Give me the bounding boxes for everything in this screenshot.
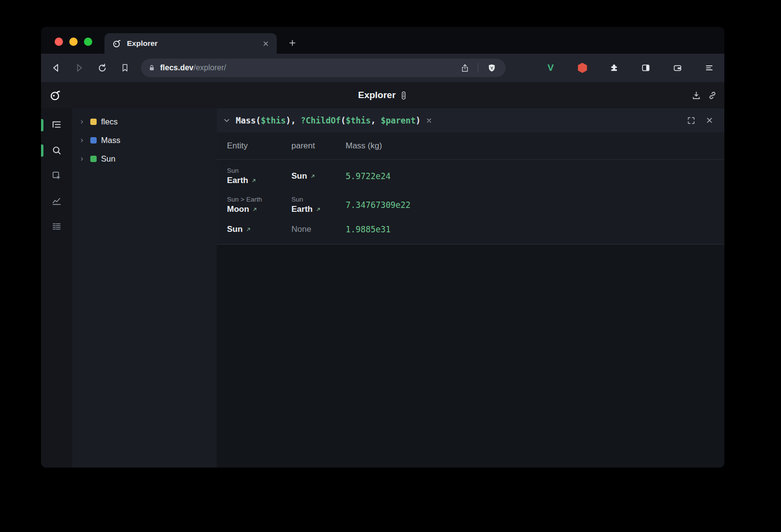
query-token: $this <box>261 116 286 125</box>
link-icon[interactable] <box>707 90 718 101</box>
browser-tab-explorer[interactable]: Explorer <box>104 33 277 54</box>
clear-query-icon[interactable] <box>426 117 432 124</box>
tree-item-sun[interactable]: ›Sun <box>72 149 217 168</box>
menu-icon[interactable] <box>702 61 717 75</box>
tree-view-icon[interactable] <box>51 119 62 131</box>
query-token: ( <box>256 116 261 125</box>
column-entity: Entity <box>227 141 291 151</box>
query-token: $this <box>346 116 370 125</box>
parent-cell: Sun <box>291 171 346 181</box>
expand-chevron-icon[interactable]: › <box>81 118 86 125</box>
active-indicator <box>41 144 43 157</box>
forward-button[interactable] <box>72 61 86 75</box>
browser-toolbar: flecs.dev/explorer/ V <box>41 54 724 82</box>
vue-devtools-icon[interactable]: V <box>543 61 558 75</box>
external-link-icon[interactable] <box>310 173 316 179</box>
query-bar: Mass($this), ?ChildOf($this, $parent) <box>217 108 724 132</box>
flecs-favicon <box>112 39 122 48</box>
minimize-window-button[interactable] <box>69 38 78 46</box>
wallet-icon[interactable] <box>670 61 685 75</box>
parent-link[interactable]: Earth <box>291 205 346 214</box>
tree-item-label: Sun <box>101 154 115 164</box>
results-header: Entity parent Mass (kg) <box>217 132 724 160</box>
tree-item-label: Mass <box>101 136 120 145</box>
expand-chevron-icon[interactable]: › <box>81 136 86 144</box>
lock-icon <box>148 64 156 72</box>
app-header: Explorer <box>41 82 724 108</box>
entity-link[interactable]: Sun <box>227 225 291 234</box>
table-row: SunEarthSun5.9722e24 <box>217 162 724 191</box>
reload-button[interactable] <box>95 61 109 75</box>
parent-cell: None <box>291 225 346 234</box>
traffic-lights <box>55 38 92 46</box>
mass-value: 5.9722e24 <box>346 171 724 181</box>
query-token: , <box>370 116 380 125</box>
back-button[interactable] <box>49 61 63 75</box>
new-tab-button[interactable] <box>285 36 300 50</box>
external-link-icon[interactable] <box>246 226 251 232</box>
entity-cell: Sun <box>227 225 291 234</box>
query-token: $parent <box>381 116 416 125</box>
query-token: ?ChildOf <box>301 116 341 125</box>
url-text: flecs.dev/explorer/ <box>160 63 226 72</box>
icon-rail <box>41 108 72 468</box>
tab-close-icon[interactable] <box>262 40 269 47</box>
close-window-button[interactable] <box>55 38 63 46</box>
entity-link[interactable]: Moon <box>227 205 291 214</box>
query-panel: Mass($this), ?ChildOf($this, $parent) En… <box>217 108 724 468</box>
query-token: ( <box>341 116 346 125</box>
log-console-icon[interactable] <box>51 221 62 232</box>
tree-item-mass[interactable]: ›Mass <box>72 131 217 149</box>
entity-path: Sun > Earth <box>227 196 291 203</box>
stats-chart-icon[interactable] <box>51 195 62 207</box>
url-domain: flecs.dev <box>160 63 193 72</box>
query-token: ), <box>286 116 301 125</box>
external-link-icon[interactable] <box>252 206 258 212</box>
remote-icon <box>400 91 408 100</box>
parent-none: None <box>291 225 346 234</box>
query-search-icon[interactable] <box>51 144 62 156</box>
results-rows: SunEarthSun5.9722e24Sun > EarthMoonSunEa… <box>217 160 724 245</box>
mass-value: 1.9885e31 <box>346 225 724 234</box>
divider <box>478 63 478 73</box>
close-panel-icon[interactable] <box>705 116 714 124</box>
maximize-window-button[interactable] <box>84 38 92 46</box>
flecs-logo <box>49 89 62 102</box>
parent-cell: SunEarth <box>291 196 346 214</box>
download-icon[interactable] <box>691 90 701 101</box>
entity-tree-panel: ›flecs›Mass›Sun <box>72 108 217 468</box>
chevron-down-icon[interactable] <box>223 116 231 124</box>
external-link-icon[interactable] <box>251 178 257 184</box>
bookmark-icon[interactable] <box>118 61 132 75</box>
entity-cell: SunEarth <box>227 167 291 185</box>
expand-chevron-icon[interactable]: › <box>81 155 86 163</box>
mass-value: 7.34767309e22 <box>346 200 724 210</box>
inspect-icon[interactable] <box>51 170 62 182</box>
query-token: Mass <box>236 116 256 125</box>
browser-window: Explorer <box>41 27 724 468</box>
external-link-icon[interactable] <box>315 206 321 212</box>
content-area: ›flecs›Mass›Sun Mass($this), ?ChildOf($t… <box>41 108 724 468</box>
hexagon-extension-icon[interactable] <box>575 61 590 75</box>
url-path: /explorer/ <box>193 63 226 72</box>
fullscreen-icon[interactable] <box>687 116 696 125</box>
entity-cell: Sun > EarthMoon <box>227 196 291 214</box>
tree-list: ›flecs›Mass›Sun <box>72 112 217 168</box>
tab-strip: Explorer <box>41 27 724 54</box>
table-row: SunNone1.9885e31 <box>217 220 724 240</box>
extensions-puzzle-icon[interactable] <box>607 61 621 75</box>
extension-cluster: V <box>543 61 717 75</box>
entity-link[interactable]: Earth <box>227 176 291 185</box>
active-indicator <box>41 119 43 131</box>
share-icon[interactable] <box>457 61 472 75</box>
column-parent: parent <box>291 141 346 151</box>
brave-shield-icon[interactable] <box>484 61 499 75</box>
url-bar[interactable]: flecs.dev/explorer/ <box>141 59 506 77</box>
query-token: ) <box>416 116 421 125</box>
tree-item-flecs[interactable]: ›flecs <box>72 112 217 131</box>
parent-link[interactable]: Sun <box>291 171 346 181</box>
query-input[interactable]: Mass($this), ?ChildOf($this, $parent) <box>236 116 421 125</box>
sidebar-toggle-icon[interactable] <box>638 61 653 75</box>
column-mass: Mass (kg) <box>346 141 724 151</box>
page-title: Explorer <box>358 90 395 101</box>
